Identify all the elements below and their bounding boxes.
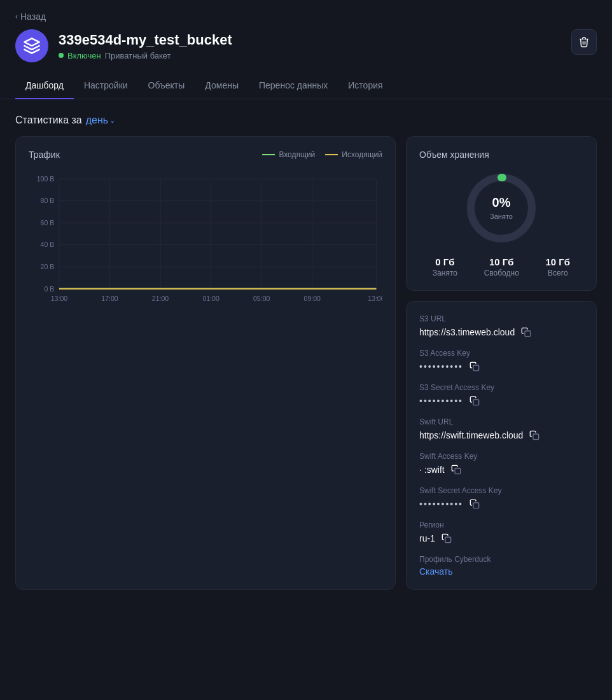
total-value: 10 Гб [546, 256, 571, 267]
back-button[interactable]: ‹ Назад [15, 11, 46, 22]
copy-icon [442, 533, 452, 543]
s3-url-label: S3 URL [419, 314, 583, 323]
cyberduck-item: Профиль Cyberduck Скачать [419, 555, 583, 577]
swift-secret-item: Swift Secret Access Key •••••••••• [419, 486, 583, 510]
svg-text:60 В: 60 В [41, 219, 55, 227]
swift-url-value-row: https://swift.timeweb.cloud [419, 429, 583, 442]
stats-heading: Статистика за день ⌄ [0, 99, 612, 136]
copy-s3-access-key-button[interactable] [468, 360, 481, 373]
copy-swift-secret-button[interactable] [468, 498, 481, 510]
copy-s3-url-button[interactable] [520, 326, 532, 339]
svg-rect-31 [533, 434, 539, 440]
svg-text:100 В: 100 В [37, 175, 55, 183]
svg-text:13:00: 13:00 [368, 295, 382, 302]
chevron-down-icon: ⌄ [109, 116, 115, 125]
svg-rect-29 [473, 365, 479, 371]
incoming-label: Входящий [279, 150, 315, 159]
legend-incoming: Входящий [262, 150, 315, 159]
tab-settings[interactable]: Настройки [74, 73, 138, 99]
s3-access-key-value: •••••••••• [419, 361, 463, 372]
delete-button[interactable] [571, 29, 597, 55]
outgoing-line [325, 154, 338, 155]
swift-url-label: Swift URL [419, 417, 583, 426]
storage-sub: Занято [490, 213, 513, 220]
free-label: Свободно [484, 269, 519, 277]
tab-bar: Дашборд Настройки Объекты Домены Перенос… [0, 73, 612, 99]
free-value: 10 Гб [484, 256, 519, 267]
copy-swift-access-key-button[interactable] [450, 463, 462, 476]
s3-access-key-item: S3 Access Key •••••••••• [419, 349, 583, 373]
status-dot [59, 53, 64, 58]
storage-stat-occupied: 0 Гб Занято [433, 256, 457, 277]
svg-text:40 В: 40 В [41, 241, 55, 249]
copy-icon [469, 499, 480, 509]
copy-s3-secret-button[interactable] [468, 395, 481, 407]
svg-text:21:00: 21:00 [152, 295, 169, 302]
back-label: Назад [20, 11, 46, 22]
cyberduck-value-row: Скачать [419, 566, 583, 577]
outgoing-label: Исходящий [342, 150, 382, 159]
tab-dashboard[interactable]: Дашборд [15, 73, 74, 99]
storage-percent: 0% [490, 195, 513, 210]
svg-rect-30 [473, 400, 479, 405]
copy-swift-url-button[interactable] [528, 429, 541, 442]
tab-transfer[interactable]: Перенос данных [249, 73, 338, 99]
traffic-chart-svg: 100 В 80 В 60 В 40 В 20 В 0 В 13:00 17:0… [29, 170, 382, 310]
tab-objects[interactable]: Объекты [138, 73, 195, 99]
svg-text:01:00: 01:00 [202, 295, 219, 302]
swift-url-value: https://swift.timeweb.cloud [419, 430, 523, 440]
storage-stat-total: 10 Гб Всего [546, 256, 571, 277]
copy-icon [469, 396, 480, 406]
s3-secret-item: S3 Secret Access Key •••••••••• [419, 383, 583, 407]
bucket-avatar: path{fill:none;stroke:white;stroke-width… [15, 29, 48, 62]
donut-wrapper: 0% Занято [463, 170, 539, 246]
swift-secret-value-row: •••••••••• [419, 498, 583, 510]
storage-card: Объем хранения 0% Занято [406, 136, 597, 291]
svg-rect-32 [455, 468, 461, 474]
legend-outgoing: Исходящий [325, 150, 382, 159]
back-chevron-icon: ‹ [15, 12, 18, 21]
credentials-card: S3 URL https://s3.timeweb.cloud S3 Acces… [406, 301, 597, 590]
header-left: path{fill:none;stroke:white;stroke-width… [15, 29, 232, 62]
swift-access-key-item: Swift Access Key · :swift [419, 452, 583, 476]
svg-text:09:00: 09:00 [304, 295, 321, 302]
chart-title: Трафик [29, 150, 60, 160]
s3-secret-value: •••••••••• [419, 396, 463, 406]
copy-icon [529, 430, 539, 440]
copy-icon [469, 361, 480, 372]
swift-access-key-label: Swift Access Key [419, 452, 583, 461]
traffic-chart-card: Трафик Входящий Исходящий [15, 136, 396, 590]
incoming-line [262, 154, 275, 155]
s3-access-key-value-row: •••••••••• [419, 360, 583, 373]
region-value: ru-1 [419, 533, 435, 543]
copy-icon [521, 327, 531, 337]
svg-text:17:00: 17:00 [101, 295, 118, 302]
occupied-value: 0 Гб [433, 256, 457, 267]
copy-icon [451, 465, 461, 475]
period-selector[interactable]: день ⌄ [86, 115, 115, 126]
svg-text:20 В: 20 В [41, 263, 55, 270]
period-value: день [86, 115, 108, 126]
bucket-meta: Включен Приватный бакет [59, 51, 232, 60]
cube-icon: path{fill:none;stroke:white;stroke-width… [23, 37, 41, 55]
occupied-label: Занято [433, 269, 457, 277]
cyberduck-download-link[interactable]: Скачать [419, 566, 453, 577]
svg-text:80 В: 80 В [41, 197, 55, 204]
storage-stats: 0 Гб Занято 10 Гб Свободно 10 Гб Всего [419, 256, 583, 277]
tab-history[interactable]: История [338, 73, 393, 99]
region-item: Регион ru-1 [419, 521, 583, 545]
s3-secret-label: S3 Secret Access Key [419, 383, 583, 392]
svg-text:05:00: 05:00 [253, 295, 270, 302]
bucket-info: 339e534d-my_test_bucket Включен Приватны… [59, 32, 232, 60]
page-header: path{fill:none;stroke:white;stroke-width… [0, 29, 612, 73]
chart-header: Трафик Входящий Исходящий [29, 150, 382, 160]
swift-access-key-value: · :swift [419, 465, 445, 475]
bucket-name: 339e534d-my_test_bucket [59, 32, 232, 48]
tab-domains[interactable]: Домены [195, 73, 249, 99]
bucket-type: Приватный бакет [105, 51, 171, 60]
storage-stat-free: 10 Гб Свободно [484, 256, 519, 277]
cyberduck-label: Профиль Cyberduck [419, 555, 583, 564]
svg-rect-28 [525, 331, 531, 337]
right-column: Объем хранения 0% Занято [406, 136, 597, 590]
copy-region-button[interactable] [440, 532, 453, 545]
